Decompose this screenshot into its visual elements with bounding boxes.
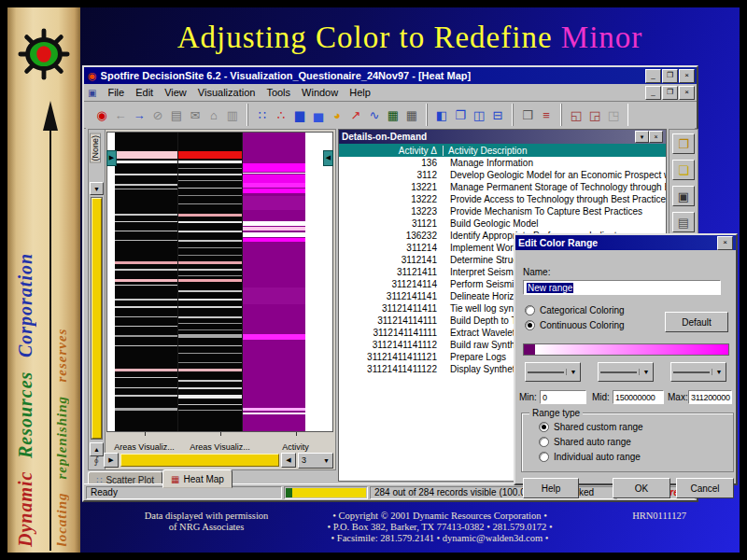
window-list-icon[interactable]: ◳ [604,105,623,124]
mail-icon[interactable]: ✉ [186,105,204,124]
properties-icon[interactable]: ❒ [518,105,537,124]
layout-horizontal-icon[interactable]: ⊟ [488,105,507,124]
child-restore-button[interactable]: ❐ [662,86,678,100]
max-input[interactable]: 311200000 [688,390,732,404]
y-axis-selector[interactable]: (None) [90,133,101,163]
stop-icon[interactable]: ⊘ [148,105,167,124]
range-handle-right[interactable]: ◀ [323,150,333,166]
status-progress-bar [284,486,368,499]
table-row[interactable]: 13222Provide Access to Technology throug… [339,193,666,205]
profile-chart-icon[interactable]: ∿ [365,105,384,124]
table-icon[interactable]: ▦ [402,105,421,124]
window-titlebar[interactable]: ◉ Spotfire DecisionSite 6.2 - Visualizat… [84,67,697,84]
layout-vertical-icon[interactable]: ◫ [470,105,488,124]
record-icon[interactable]: ◉ [92,105,111,124]
default-button[interactable]: Default [665,312,728,332]
scatter-plot-icon[interactable]: ∷ [253,105,272,124]
close-window-icon[interactable]: ◲ [585,105,604,124]
menu-tools[interactable]: Tools [261,86,296,99]
print-icon[interactable]: ▤ [672,212,695,232]
tab-heat-map[interactable]: ▦Heat Map [162,469,233,488]
arrow-line [49,129,51,551]
dialog-titlebar[interactable]: Edit Color Range × [515,235,736,250]
child-close-button[interactable]: × [679,86,695,100]
layout-cascade-icon[interactable]: ❐ [451,105,470,124]
legend-icon[interactable]: ≡ [537,105,556,124]
layout-single-icon[interactable]: ◧ [432,105,451,124]
range-handle-left[interactable]: ▶ [106,150,117,166]
forward-icon[interactable]: → [130,105,148,124]
copy-visualization-icon[interactable]: ❏ [672,160,695,180]
axis-label: Activity [282,442,309,452]
x-axis-labels: Areas Visualiz...Areas Visualiz...Activi… [106,434,333,451]
table-row[interactable]: 31121Build Geologic Model [339,217,666,230]
slide-title: Adjusting Color to Redefine Minor [80,21,740,55]
color-swatch-2[interactable]: ▼ [598,362,654,382]
details-collapse-button[interactable]: ▾ [635,131,649,143]
table-row[interactable]: 136Manage Information [339,157,666,169]
heat-map-icon[interactable]: ▦ [384,105,402,124]
min-input[interactable]: 0 [540,390,586,404]
open-file-icon[interactable]: ❐ [672,133,695,154]
menu-help[interactable]: Help [344,86,376,99]
vertical-slider-thumb[interactable] [92,198,102,439]
details-column-headers[interactable]: Activity Δ Activity Description [339,144,666,157]
save-icon[interactable]: ▣ [672,186,695,206]
print-icon[interactable]: ▥ [223,105,242,124]
menu-visualization[interactable]: Visualization [192,86,261,99]
scroll-left-button[interactable]: ▶ [104,453,119,468]
home-icon[interactable]: ⌂ [204,105,223,124]
scroll-right-button[interactable]: ◀ [281,453,296,468]
horizontal-scrollbar[interactable] [120,454,279,467]
document-icon[interactable]: ▤ [167,105,186,124]
cancel-button[interactable]: Cancel [676,478,734,498]
back-icon[interactable]: ← [111,105,130,124]
dialog-close-button[interactable]: × [717,236,733,250]
table-row[interactable]: 13221Manage Permanent Storage of Technol… [339,181,666,193]
radio-individual-auto-range[interactable]: Individual auto range [539,449,643,464]
radio-categorical-coloring[interactable]: Categorical Coloring [525,302,625,317]
color-swatch-1[interactable]: ▼ [525,362,581,382]
restore-button[interactable]: ❐ [662,69,678,83]
heat-map-plot[interactable]: ▶ ◀ [106,132,333,432]
line-chart-icon[interactable]: ↗ [346,105,365,124]
heat-map-column-1[interactable] [115,133,178,431]
column-selector-strip: (None) ▼ ▲ [89,130,106,469]
page-count-dropdown[interactable]: 3 ▼ [298,453,333,469]
heat-map-column-3[interactable] [243,133,305,431]
help-button[interactable]: Help [523,478,579,498]
swatch-dropdown-icon: ▼ [566,369,580,375]
min-label: Min: [519,392,537,402]
minimize-button[interactable]: _ [645,69,661,83]
radio-continuous-coloring[interactable]: Continuous Coloring [525,317,625,332]
child-minimize-button[interactable]: _ [645,86,661,100]
menu-view[interactable]: View [159,86,192,99]
vertical-range-slider[interactable] [91,197,103,440]
close-button[interactable]: × [679,69,695,83]
menu-window[interactable]: Window [296,86,344,99]
paperclip-icon[interactable]: ∮ [91,455,102,467]
histogram-icon[interactable]: ▅ [309,105,328,124]
table-row[interactable]: 13223Provide Mechanism To Capture Best P… [339,205,666,217]
menu-file[interactable]: File [102,86,130,99]
bar-chart-icon[interactable]: ▆ [290,105,309,124]
radio-shared-auto-range[interactable]: Shared auto range [539,434,643,449]
details-titlebar[interactable]: Details-on-Demand ▾ × [339,130,666,144]
menu-edit[interactable]: Edit [130,86,159,99]
swatch-color [528,371,564,373]
color-swatch-3[interactable]: ▼ [670,362,726,382]
column-header-activity[interactable]: Activity Δ [339,146,444,156]
new-window-icon[interactable]: ◱ [567,105,585,124]
heat-map-column-2[interactable] [178,133,242,431]
cell-activity: 136 [339,158,444,168]
scatter-3d-icon[interactable]: ∴ [272,105,290,124]
details-close-button[interactable]: × [649,131,663,143]
range-name-input[interactable]: New range [523,280,721,295]
ok-button[interactable]: OK [613,478,670,498]
pie-chart-icon[interactable]: ◕ [328,105,346,124]
mid-input[interactable]: 150000000 [613,390,664,404]
radio-shared-custom-range[interactable]: Shared custom range [539,419,643,434]
table-row[interactable]: 3112Develop Geologic Model for an Econom… [339,169,666,181]
column-header-description[interactable]: Activity Description [444,146,666,156]
selector-dropdown-icon[interactable]: ▼ [90,182,104,195]
